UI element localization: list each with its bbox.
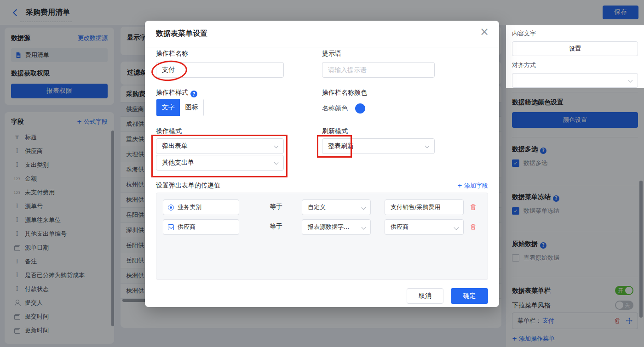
style-label: 操作栏样式: [156, 89, 197, 97]
style-option-icon[interactable]: 图标: [180, 99, 203, 116]
chevron-down-icon: [362, 225, 366, 230]
action-mode-select[interactable]: 弹出表单: [156, 138, 284, 154]
delete-row-button[interactable]: [470, 223, 477, 232]
delete-row-button[interactable]: [470, 204, 477, 212]
action-name-input[interactable]: [156, 62, 284, 78]
ok-button[interactable]: 确定: [451, 288, 488, 304]
page: 采购费用清单 保存 数据源 更改数据源 费用清单 数据获取权限 报表权限 字段 …: [0, 0, 644, 347]
add-field-link[interactable]: + 添加字段: [457, 182, 488, 190]
trash-icon: [470, 223, 477, 230]
trash-icon: [470, 204, 477, 210]
value-type-select[interactable]: 自定义: [302, 199, 371, 215]
select-icon: [168, 224, 174, 230]
style-segment: 文字 图标: [156, 99, 204, 116]
right-sidebar-top: 内容文字 设置 对齐方式: [506, 25, 644, 88]
refresh-mode-select[interactable]: 整表刷新: [322, 138, 435, 154]
name-color-label: 名称颜色: [322, 104, 348, 113]
transfer-row: 业务类别 等于 自定义 支付销售/采购费用: [163, 199, 481, 215]
align-select[interactable]: [512, 73, 638, 88]
field-chip[interactable]: 业务类别: [163, 199, 239, 215]
modal-divider: [145, 47, 499, 47]
align-label: 对齐方式: [512, 61, 638, 69]
tip-input[interactable]: [322, 62, 435, 78]
help-icon[interactable]: [190, 91, 197, 97]
chevron-down-icon: [362, 205, 366, 210]
field-chip[interactable]: 供应商: [163, 219, 239, 235]
chevron-down-icon: [628, 78, 633, 83]
style-option-text[interactable]: 文字: [156, 99, 180, 116]
tip-label: 提示语: [322, 50, 341, 58]
name-color-section-label: 操作栏名称颜色: [322, 89, 367, 97]
field-chip-label: 供应商: [178, 223, 196, 231]
value-type-select[interactable]: 报表源数据字...: [302, 219, 371, 235]
close-icon[interactable]: ×: [480, 26, 489, 37]
chevron-down-icon: [425, 144, 430, 148]
chevron-down-icon: [274, 144, 279, 148]
modal-title: 数据表菜单设置: [156, 29, 207, 39]
operator-label: 等于: [270, 203, 282, 211]
value-select[interactable]: 供应商: [385, 219, 464, 235]
field-chip-label: 业务类别: [178, 203, 201, 211]
settings-button[interactable]: 设置: [512, 41, 638, 56]
operator-label: 等于: [270, 222, 282, 231]
transfer-row: 供应商 等于 报表源数据字... 供应商: [163, 219, 481, 235]
content-text-label: 内容文字: [512, 29, 638, 38]
cancel-button[interactable]: 取消: [407, 288, 443, 304]
action-form-select[interactable]: 其他支出单: [156, 155, 284, 171]
action-mode-label: 操作模式: [156, 127, 182, 136]
name-color-row: 名称颜色: [322, 103, 365, 114]
transfer-section-label: 设置弹出表单的传递值: [156, 182, 220, 190]
chevron-down-icon: [274, 160, 279, 165]
action-name-label: 操作栏名称: [156, 50, 188, 58]
refresh-mode-label: 刷新模式: [322, 127, 348, 136]
value-select[interactable]: 支付销售/采购费用: [385, 199, 464, 215]
transfer-panel: 业务类别 等于 自定义 支付销售/采购费用: [156, 193, 488, 280]
menu-settings-modal: 数据表菜单设置 × 操作栏名称 提示语 操作栏样式 文字 图标 操作栏名称颜色 …: [145, 21, 499, 307]
radio-icon: [168, 205, 174, 210]
color-swatch[interactable]: [355, 103, 365, 114]
